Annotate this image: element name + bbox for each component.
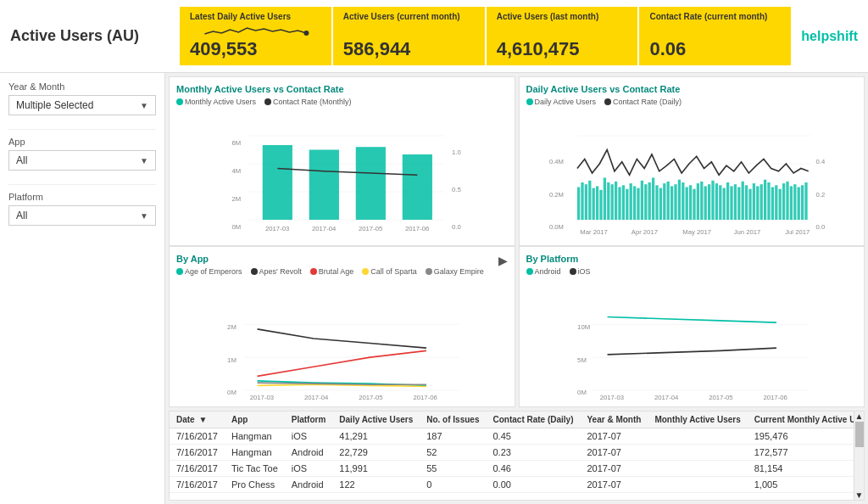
legend-label-monthly: Monthly Active Users — [185, 98, 256, 106]
legend-dot-age — [176, 268, 183, 275]
svg-rect-48 — [640, 181, 643, 220]
byplatform-chart-panel: By Platform Android iOS 0M — [519, 246, 865, 407]
svg-text:Jul 2017: Jul 2017 — [785, 228, 810, 236]
byplatform-chart-svg: 0M 5M 10M 2017-03 2017-04 — [526, 277, 858, 400]
byapp-scroll-right[interactable]: ▶ — [498, 254, 508, 267]
svg-text:0.2M: 0.2M — [548, 191, 563, 199]
svg-rect-73 — [733, 184, 736, 220]
table-cell: 195,476 — [748, 428, 854, 445]
table-row: 7/16/2017Tic Tac ToeiOS11,991550.462017-… — [170, 461, 854, 477]
col-app[interactable]: App — [225, 412, 285, 428]
svg-text:Apr 2017: Apr 2017 — [631, 228, 657, 236]
svg-rect-69 — [719, 185, 721, 220]
col-monthly-au[interactable]: Monthly Active Users — [648, 412, 747, 428]
col-date[interactable]: Date ▼ — [170, 412, 225, 428]
top-charts-row: Monthly Active Users vs Contact Rate Mon… — [169, 76, 865, 246]
svg-rect-43 — [621, 185, 624, 220]
svg-rect-13 — [263, 145, 292, 220]
table-row: 7/16/2017Pro ChessAndroid12200.002017-07… — [170, 477, 854, 493]
legend-dot-contact — [264, 98, 271, 105]
svg-rect-16 — [403, 154, 432, 220]
daily-chart-svg: 0.0M 0.2M 0.4M 0.0 0.2 0.4 /* bars ge — [526, 108, 858, 238]
kpi-cards: Latest Daily Active Users 409,553 Active… — [180, 7, 791, 65]
svg-text:Mar 2017: Mar 2017 — [580, 228, 607, 236]
svg-text:4M: 4M — [231, 167, 241, 175]
legend-label-daily: Daily Active Users — [535, 98, 597, 106]
svg-rect-91 — [800, 185, 803, 220]
col-year-month[interactable]: Year & Month — [581, 412, 648, 428]
col-contact-rate[interactable]: Contact Rate (Daily) — [486, 412, 580, 428]
daily-legend: Daily Active Users Contact Rate (Daily) — [526, 98, 858, 106]
table-cell — [648, 477, 747, 493]
svg-rect-76 — [744, 185, 747, 220]
svg-rect-84 — [775, 185, 777, 220]
svg-rect-50 — [648, 182, 650, 220]
svg-rect-92 — [804, 182, 807, 220]
scrollbar-thumb[interactable] — [855, 422, 864, 447]
table-cell: Tic Tac Toe — [225, 461, 285, 477]
filter-year-month-label: Year & Month — [8, 81, 156, 92]
svg-rect-79 — [756, 186, 759, 220]
svg-rect-40 — [610, 184, 613, 220]
table-cell: 41,291 — [332, 428, 420, 445]
scroll-down[interactable]: ▼ — [854, 490, 864, 500]
kpi-label-2: Active Users (last month) — [497, 12, 628, 21]
svg-text:0M: 0M — [227, 389, 236, 396]
svg-rect-80 — [760, 184, 762, 220]
helpshift-logo: helpshift — [801, 29, 858, 44]
svg-text:2017-05: 2017-05 — [359, 394, 382, 400]
svg-rect-53 — [659, 188, 661, 220]
table-cell: 81,154 — [748, 461, 854, 477]
table-cell: 2017-07 — [581, 461, 648, 477]
col-current-monthly[interactable]: Current Monthly Active Users — [748, 412, 854, 428]
svg-text:0.4M: 0.4M — [548, 158, 563, 165]
kpi-value-0: 409,553 — [190, 38, 321, 60]
col-platform[interactable]: Platform — [285, 412, 333, 428]
table-cell: 7/16/2017 — [170, 477, 225, 493]
sparkline — [190, 21, 321, 38]
data-table: Date ▼ App Platform Daily Active Users N… — [170, 412, 854, 493]
filter-app: App All ▼ — [8, 137, 156, 171]
scrollbar[interactable]: ▲ ▼ — [854, 412, 864, 500]
table-header-row: Date ▼ App Platform Daily Active Users N… — [170, 412, 854, 428]
year-month-select[interactable]: Multiple Selected ▼ — [8, 95, 156, 115]
kpi-value-1: 586,944 — [343, 38, 475, 60]
svg-rect-67 — [711, 181, 714, 220]
legend-dot-contact-daily — [604, 98, 611, 105]
chevron-down-icon: ▼ — [140, 101, 148, 110]
kpi-label-0: Latest Daily Active Users — [190, 12, 321, 21]
legend-dot-apes — [251, 268, 258, 275]
svg-text:2017-03: 2017-03 — [250, 394, 274, 400]
svg-text:2017-06: 2017-06 — [405, 225, 429, 232]
svg-rect-15 — [356, 147, 386, 220]
table-cell: 0 — [420, 477, 486, 493]
svg-rect-39 — [607, 182, 609, 220]
svg-rect-61 — [688, 185, 691, 220]
scroll-up[interactable]: ▲ — [854, 412, 864, 421]
svg-text:0.2: 0.2 — [815, 191, 825, 199]
svg-rect-46 — [632, 186, 635, 220]
filter-platform: Platform All ▼ — [8, 192, 156, 226]
svg-rect-31 — [576, 188, 579, 221]
svg-rect-88 — [789, 186, 792, 220]
svg-text:2M: 2M — [227, 323, 236, 331]
svg-rect-49 — [644, 184, 647, 220]
svg-text:1M: 1M — [227, 356, 236, 364]
table-cell: iOS — [285, 428, 333, 445]
kpi-value-2: 4,610,475 — [497, 38, 628, 60]
svg-rect-59 — [682, 182, 684, 220]
platform-select[interactable]: All ▼ — [8, 205, 156, 226]
svg-point-0 — [303, 31, 309, 36]
kpi-card-3: Contact Rate (current month) 0.06 — [639, 7, 791, 65]
svg-rect-70 — [722, 188, 725, 220]
svg-text:0.0: 0.0 — [452, 223, 461, 231]
table-cell: 52 — [420, 445, 486, 461]
svg-text:2017-05: 2017-05 — [359, 225, 382, 232]
svg-rect-72 — [730, 186, 732, 220]
app-select[interactable]: All ▼ — [8, 150, 156, 171]
col-dau[interactable]: Daily Active Users — [332, 412, 420, 428]
col-issues[interactable]: No. of Issues — [420, 412, 486, 428]
main-content: Year & Month Multiple Selected ▼ App All… — [0, 73, 868, 504]
sort-icon: ▼ — [198, 415, 207, 424]
svg-rect-66 — [707, 184, 709, 220]
